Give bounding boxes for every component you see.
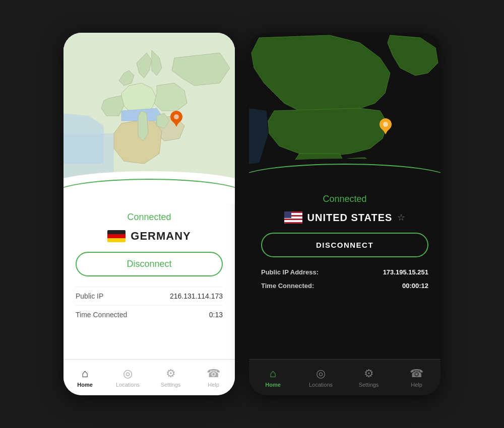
left-time-row: Time Connected 0:13 — [76, 305, 223, 324]
right-nav-help-label: Help — [411, 382, 422, 388]
location-icon: ◎ — [123, 367, 133, 380]
left-nav-settings[interactable]: ⚙ Settings — [149, 367, 192, 388]
right-country-name: UNITED STATES — [307, 212, 393, 224]
help-icon-right: ☎ — [410, 367, 423, 380]
right-ip-row: Public IP Address: 173.195.15.251 — [261, 265, 428, 279]
right-nav-settings-label: Settings — [359, 382, 379, 388]
screens-container: Connected GERMANY Disconnect Public IP 2… — [64, 33, 440, 395]
left-disconnect-button[interactable]: Disconnect — [76, 252, 223, 276]
right-content: Connected UNITED STATES ☆ — [249, 189, 440, 359]
left-bottom-nav: ⌂ Home ◎ Locations ⚙ Settings ☎ Help — [64, 359, 235, 395]
us-flag-canton — [284, 211, 291, 218]
germany-pin — [169, 111, 183, 128]
right-disconnect-button[interactable]: DISCONNECT — [261, 233, 428, 257]
pin-body-right — [377, 116, 394, 133]
right-nav-locations-label: Locations — [309, 382, 333, 388]
pin-body — [168, 108, 185, 125]
right-nav-locations[interactable]: ◎ Locations — [297, 367, 345, 388]
flag-stripe-1 — [107, 230, 125, 234]
flag-stripe-2 — [107, 234, 125, 238]
right-ip-label: Public IP Address: — [261, 268, 319, 276]
left-nav-help[interactable]: ☎ Help — [192, 367, 235, 388]
home-icon-right: ⌂ — [270, 367, 276, 380]
right-time-value: 00:00:12 — [402, 282, 428, 290]
right-bottom-nav: ⌂ Home ◎ Locations ⚙ Settings ☎ Help — [249, 359, 440, 395]
left-country-row: GERMANY — [107, 230, 191, 243]
right-nav-settings[interactable]: ⚙ Settings — [345, 367, 393, 388]
settings-icon: ⚙ — [166, 367, 176, 380]
left-nav-home-label: Home — [77, 382, 93, 388]
us-flag — [284, 211, 302, 224]
settings-icon-right: ⚙ — [364, 367, 374, 380]
right-nav-home-label: Home — [265, 382, 281, 388]
right-status: Connected — [323, 194, 366, 204]
flag-stripe-3 — [107, 238, 125, 242]
us-pin — [379, 118, 393, 135]
us-stripe-r4 — [284, 222, 302, 224]
left-country-name: GERMANY — [131, 230, 191, 243]
left-time-label: Time Connected — [76, 311, 127, 319]
left-ip-label: Public IP — [76, 292, 103, 300]
left-phone: Connected GERMANY Disconnect Public IP 2… — [64, 33, 235, 395]
right-map — [249, 33, 440, 189]
left-nav-locations-label: Locations — [116, 382, 140, 388]
left-map — [64, 33, 235, 204]
right-ip-value: 173.195.15.251 — [383, 268, 428, 276]
location-icon-right: ◎ — [316, 367, 326, 380]
left-nav-home[interactable]: ⌂ Home — [64, 367, 106, 388]
right-nav-help[interactable]: ☎ Help — [393, 367, 440, 388]
home-icon: ⌂ — [82, 367, 88, 380]
right-country-row: UNITED STATES ☆ — [284, 211, 406, 224]
left-ip-value: 216.131.114.173 — [170, 292, 223, 300]
left-nav-locations[interactable]: ◎ Locations — [106, 367, 149, 388]
germany-flag — [107, 230, 125, 242]
right-nav-home[interactable]: ⌂ Home — [249, 367, 297, 388]
left-ip-row: Public IP 216.131.114.173 — [76, 287, 223, 305]
help-icon: ☎ — [207, 367, 220, 380]
left-map-svg — [64, 33, 235, 204]
right-time-label: Time Connected: — [261, 282, 314, 290]
favorite-star-icon[interactable]: ☆ — [397, 212, 405, 223]
right-time-row: Time Connected: 00:00:12 — [261, 279, 428, 293]
right-phone: Connected UNITED STATES ☆ — [249, 33, 440, 395]
left-time-value: 0:13 — [209, 311, 223, 319]
left-nav-help-label: Help — [208, 382, 219, 388]
left-content: Connected GERMANY Disconnect Public IP 2… — [64, 204, 235, 359]
left-nav-settings-label: Settings — [161, 382, 181, 388]
left-status: Connected — [127, 212, 171, 223]
